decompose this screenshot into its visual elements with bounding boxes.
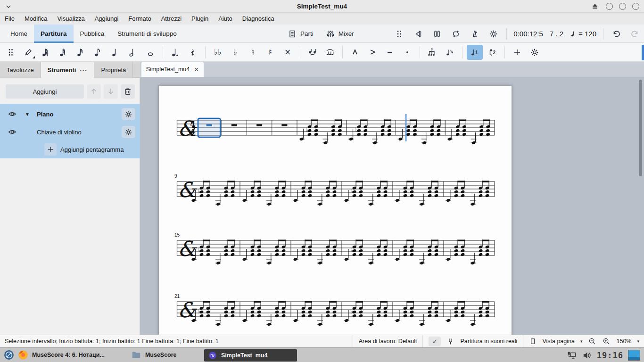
add-instrument-button[interactable]: Aggiungi <box>6 84 84 99</box>
pause-button[interactable] <box>431 28 443 40</box>
delete-instrument-button[interactable] <box>121 84 135 99</box>
panel-menu-icon[interactable]: ··· <box>80 66 87 74</box>
plus-icon[interactable] <box>44 143 57 156</box>
document-tab[interactable]: SimpleTest_mu4 ✕ <box>141 62 204 77</box>
staccato-button[interactable] <box>399 45 415 60</box>
music-notation[interactable]: &44♭♭&9♭♭&15♭♭&21♭♭ <box>159 86 512 335</box>
score-page[interactable]: &44♭♭&9♭♭&15♭♭&21♭♭ <box>159 86 512 335</box>
slur-button[interactable] <box>322 45 338 60</box>
menu-diagnostica[interactable]: Diagnostica <box>242 15 274 22</box>
folder-window-title[interactable]: MuseScore <box>145 352 177 358</box>
visibility-eye-icon[interactable] <box>8 109 17 119</box>
move-up-button[interactable] <box>87 84 101 99</box>
move-down-button[interactable] <box>104 84 118 99</box>
vertical-scrollbar[interactable] <box>639 80 642 176</box>
caret-down-icon[interactable]: ▾ <box>637 339 639 344</box>
staff-name[interactable]: Chiave di violino <box>37 129 82 136</box>
menu-formato[interactable]: Formato <box>128 15 151 22</box>
playback-enabled-checkbox[interactable]: ✓ <box>429 337 441 346</box>
voice-2-button[interactable]: 2 <box>484 45 500 60</box>
expand-caret-icon[interactable]: ▼ <box>25 112 30 117</box>
view-mode-selector[interactable]: Vista pagina <box>542 338 575 345</box>
mixer-button[interactable]: Mixer <box>326 29 354 39</box>
panel-tab-strumenti[interactable]: Strumenti··· <box>41 62 95 78</box>
undo-button[interactable] <box>610 28 622 40</box>
double-sharp-button[interactable]: × <box>280 45 296 60</box>
marcato-button[interactable] <box>347 45 363 60</box>
note-input-mode-button[interactable] <box>20 45 36 60</box>
metronome-button[interactable] <box>469 28 481 40</box>
tab-partitura[interactable]: Partitura <box>34 25 74 43</box>
32nd-note-button[interactable] <box>55 45 71 60</box>
add-staff-row[interactable]: Aggiungi pentagramma <box>0 142 140 156</box>
whole-note-button[interactable] <box>142 45 158 60</box>
double-flat-button[interactable]: ♭♭ <box>210 45 226 60</box>
voice-1-button[interactable]: 1 <box>467 45 483 60</box>
natural-button[interactable]: ♮ <box>245 45 261 60</box>
active-task-musescore[interactable]: SimpleTest_mu4 <box>204 349 297 362</box>
folder-icon[interactable] <box>131 350 141 360</box>
tray-indicator-icon[interactable] <box>628 350 640 361</box>
menu-attrezzi[interactable]: Attrezzi <box>161 15 182 22</box>
tab-home[interactable]: Home <box>4 25 34 43</box>
eject-icon[interactable] <box>590 2 600 11</box>
firefox-icon[interactable] <box>18 350 28 360</box>
flip-direction-button[interactable] <box>442 45 458 60</box>
panel-tab-propriet[interactable]: Proprietà <box>94 62 133 78</box>
beat-display[interactable]: 7 . 2 <box>550 30 563 38</box>
zoom-out-button[interactable] <box>588 337 596 346</box>
firefox-window-title[interactable]: MuseScore 4: 6. Нотаци... <box>32 352 105 358</box>
menu-aggiungi[interactable]: Aggiungi <box>95 15 119 22</box>
workspace-selector[interactable]: Area di lavoro: Default <box>359 338 417 345</box>
zoom-level-selector[interactable]: 150% <box>616 338 631 345</box>
half-note-button[interactable] <box>125 45 141 60</box>
score-canvas[interactable]: &44♭♭&9♭♭&15♭♭&21♭♭ <box>140 77 644 335</box>
eighth-note-button[interactable] <box>90 45 106 60</box>
tuplet-button[interactable]: 3 <box>424 45 440 60</box>
visibility-eye-icon[interactable] <box>8 127 17 137</box>
add-staff-label[interactable]: Aggiungi pentagramma <box>60 146 124 153</box>
menu-modifica[interactable]: Modifica <box>25 15 47 22</box>
staff-row-treble-clef[interactable]: Chiave di violino <box>0 125 140 139</box>
parti-button[interactable]: Parti <box>288 29 314 39</box>
menu-plugin[interactable]: Plugin <box>191 15 208 22</box>
instrument-settings-button[interactable] <box>122 108 135 120</box>
menu-aiuto[interactable]: Aiuto <box>218 15 232 22</box>
loop-playback-button[interactable] <box>450 28 462 40</box>
rewind-button[interactable] <box>412 28 424 40</box>
playback-settings-button[interactable] <box>487 28 500 40</box>
playback-sound-toggle-label[interactable]: Partitura in suoni reali <box>460 338 517 345</box>
drag-handle-icon[interactable] <box>3 45 19 60</box>
instrument-name[interactable]: Piano <box>37 111 53 118</box>
caret-down-icon[interactable]: ▾ <box>580 339 583 344</box>
tie-button[interactable] <box>305 45 321 60</box>
tab-pubblica[interactable]: Pubblica <box>74 25 111 43</box>
accent-button[interactable] <box>364 45 380 60</box>
network-icon[interactable] <box>567 350 577 361</box>
menu-file[interactable]: File <box>5 15 15 22</box>
tenuto-button[interactable] <box>382 45 398 60</box>
16th-note-button[interactable] <box>73 45 89 60</box>
tab-strumenti-di-sviluppo[interactable]: Strumenti di sviluppo <box>111 25 183 43</box>
playback-drag-handle-icon[interactable] <box>393 28 405 40</box>
tempo-display[interactable]: = 120 <box>570 30 596 38</box>
quarter-note-button[interactable] <box>107 45 124 60</box>
close-tab-icon[interactable]: ✕ <box>194 66 199 73</box>
rest-button[interactable] <box>185 45 201 60</box>
volume-icon[interactable] <box>582 350 592 361</box>
flat-button[interactable]: ♭ <box>227 45 243 60</box>
augmentation-dot-button[interactable] <box>167 45 183 60</box>
window-button-close[interactable] <box>632 3 639 10</box>
panel-tab-tavolozze[interactable]: Tavolozze <box>0 62 41 78</box>
launcher-icon[interactable] <box>4 350 14 360</box>
time-display[interactable]: 0:00:12:5 <box>513 30 543 38</box>
window-button-maximize[interactable] <box>619 3 626 10</box>
staff-settings-button[interactable] <box>122 126 135 138</box>
customize-toolbar-button[interactable] <box>527 45 543 60</box>
menu-visualizza[interactable]: Visualizza <box>57 15 84 22</box>
redo-button[interactable] <box>629 28 641 40</box>
64th-note-button[interactable] <box>38 45 54 60</box>
window-button-minimize[interactable] <box>606 3 613 10</box>
sharp-button[interactable]: ♯ <box>262 45 278 60</box>
add-button[interactable] <box>509 45 525 60</box>
